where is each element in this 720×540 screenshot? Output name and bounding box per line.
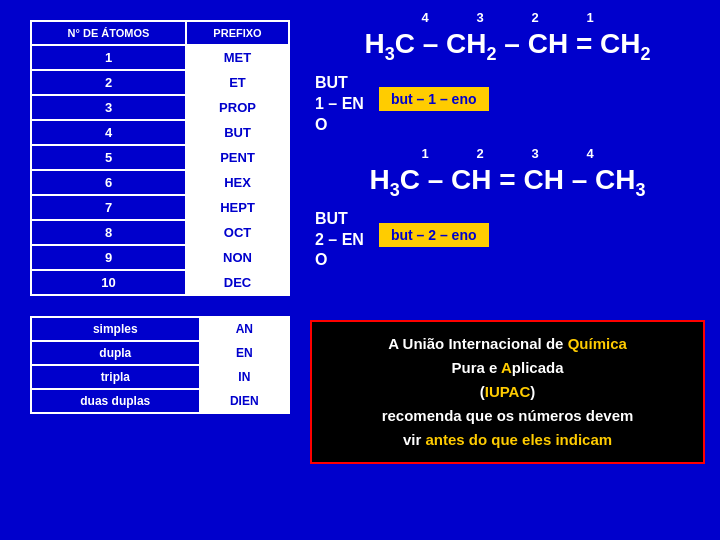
formula-number: 3 xyxy=(453,10,508,25)
prefix-value: HEPT xyxy=(186,195,289,220)
bond-type: tripla xyxy=(31,365,200,389)
number-row-1: 4321 xyxy=(310,10,705,25)
formula-number: 4 xyxy=(398,10,453,25)
formula-number: 2 xyxy=(508,10,563,25)
left-section: N° DE ÁTOMOS PREFIXO 1MET2ET3PROP4BUT5PE… xyxy=(30,20,290,414)
atom-number: 9 xyxy=(31,245,186,270)
formula-number: 1 xyxy=(563,10,618,25)
prefix-value: PROP xyxy=(186,95,289,120)
bond-suffix: EN xyxy=(200,341,289,365)
bond-type: duas duplas xyxy=(31,389,200,413)
atom-number: 8 xyxy=(31,220,186,245)
table-row: 5PENT xyxy=(31,145,289,170)
iupac-line4: recomenda que os números devem xyxy=(327,404,688,428)
bond-row: duas duplasDIEN xyxy=(31,389,289,413)
formula-number: 2 xyxy=(453,146,508,161)
table-row: 6HEX xyxy=(31,170,289,195)
buteno-text-1: BUT 1 – EN O xyxy=(315,73,364,135)
right-section: 4321 H3C – CH2 – CH = CH2 BUT 1 – EN O b… xyxy=(310,10,705,281)
iupac-aplicada: A xyxy=(501,359,512,376)
bond-suffix: DIEN xyxy=(200,389,289,413)
table-row: 1MET xyxy=(31,45,289,70)
atom-number: 3 xyxy=(31,95,186,120)
formula-number: 4 xyxy=(563,146,618,161)
bond-row: triplaIN xyxy=(31,365,289,389)
buteno-line1: BUT xyxy=(315,73,364,94)
iupac-line2: Pura e Aplicada xyxy=(327,356,688,380)
prefix-value: OCT xyxy=(186,220,289,245)
buteno-label-1: but – 1 – eno xyxy=(379,87,489,111)
atom-number: 6 xyxy=(31,170,186,195)
buteno-line3: O xyxy=(315,115,364,136)
prefix-table: N° DE ÁTOMOS PREFIXO 1MET2ET3PROP4BUT5PE… xyxy=(30,20,290,296)
bond-type: simples xyxy=(31,317,200,341)
buteno-text-2: BUT 2 – EN O xyxy=(315,209,364,271)
table-row: 8OCT xyxy=(31,220,289,245)
atom-number: 10 xyxy=(31,270,186,295)
buteno2-line2: 2 – EN xyxy=(315,230,364,251)
iupac-line5: vir antes do que eles indicam xyxy=(327,428,688,452)
buteno-label-2: but – 2 – eno xyxy=(379,223,489,247)
bond-table: simplesANduplaENtriplaINduas duplasDIEN xyxy=(30,316,290,414)
formula-number: 1 xyxy=(398,146,453,161)
atom-number: 1 xyxy=(31,45,186,70)
iupac-box: A União Internacional de Química Pura e … xyxy=(310,320,705,464)
col-header-atoms: N° DE ÁTOMOS xyxy=(31,21,186,45)
prefix-value: BUT xyxy=(186,120,289,145)
formula-2: H3C – CH = CH – CH3 xyxy=(310,163,705,201)
bond-row: simplesAN xyxy=(31,317,289,341)
bond-suffix: AN xyxy=(200,317,289,341)
buteno2-line1: BUT xyxy=(315,209,364,230)
buteno-section-1: BUT 1 – EN O but – 1 – eno xyxy=(310,73,705,135)
table-row: 9NON xyxy=(31,245,289,270)
buteno2-line3: O xyxy=(315,250,364,271)
formula-1: H3C – CH2 – CH = CH2 xyxy=(310,27,705,65)
table-row: 10DEC xyxy=(31,270,289,295)
prefix-value: PENT xyxy=(186,145,289,170)
prefix-value: ET xyxy=(186,70,289,95)
buteno-line2: 1 – EN xyxy=(315,94,364,115)
prefix-value: NON xyxy=(186,245,289,270)
atom-number: 4 xyxy=(31,120,186,145)
bond-type: dupla xyxy=(31,341,200,365)
table-row: 7HEPT xyxy=(31,195,289,220)
formula-number: 3 xyxy=(508,146,563,161)
prefix-value: MET xyxy=(186,45,289,70)
col-header-prefix: PREFIXO xyxy=(186,21,289,45)
table-row: 4BUT xyxy=(31,120,289,145)
bond-suffix: IN xyxy=(200,365,289,389)
table-row: 2ET xyxy=(31,70,289,95)
iupac-line1: A União Internacional de Química xyxy=(327,332,688,356)
iupac-content: A União Internacional de Química Pura e … xyxy=(327,332,688,452)
iupac-acronym: IUPAC xyxy=(485,383,531,400)
buteno-section-2: BUT 2 – EN O but – 2 – eno xyxy=(310,209,705,271)
bond-row: duplaEN xyxy=(31,341,289,365)
atom-number: 2 xyxy=(31,70,186,95)
prefix-value: DEC xyxy=(186,270,289,295)
number-row-2: 1234 xyxy=(310,146,705,161)
iupac-quimica: Química xyxy=(568,335,627,352)
prefix-value: HEX xyxy=(186,170,289,195)
iupac-line3: (IUPAC) xyxy=(327,380,688,404)
table-row: 3PROP xyxy=(31,95,289,120)
iupac-highlight: antes do que eles indicam xyxy=(425,431,612,448)
atom-number: 5 xyxy=(31,145,186,170)
atom-number: 7 xyxy=(31,195,186,220)
